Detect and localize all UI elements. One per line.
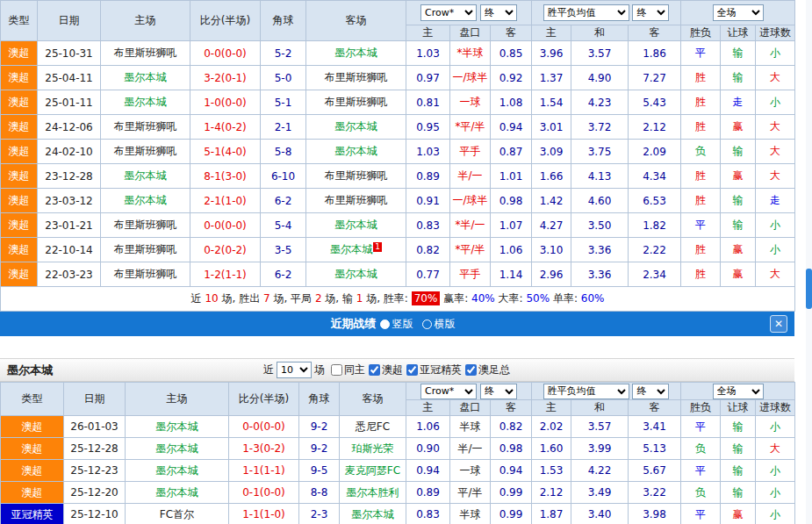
avg-odds-select[interactable]: 胜平负均值 bbox=[543, 384, 629, 399]
odds-time-select[interactable]: 终 bbox=[480, 4, 517, 21]
away-team-link[interactable]: 墨尔本城 bbox=[306, 262, 406, 287]
away-team-link[interactable]: 布里斯班狮吼 bbox=[306, 189, 406, 213]
filter-option[interactable]: 澳超 bbox=[369, 362, 403, 377]
euro-home-odds: 4.27 bbox=[532, 213, 571, 238]
col-header-date: 日期 bbox=[64, 383, 126, 416]
asian-away-odds: 1.08 bbox=[491, 90, 532, 115]
league-badge[interactable]: 澳超 bbox=[1, 213, 38, 238]
league-badge[interactable]: 澳超 bbox=[1, 416, 64, 438]
match-count-select[interactable]: 10 bbox=[277, 362, 312, 378]
home-team-link[interactable]: 布里斯班狮吼 bbox=[101, 115, 190, 140]
away-team-link[interactable]: 墨尔本城 bbox=[306, 115, 406, 140]
match-row: 澳超24-12-06布里斯班狮吼1-4(0-2)2-1墨尔本城0.95*平/半0… bbox=[1, 115, 795, 140]
odds-time-select[interactable]: 终 bbox=[480, 384, 517, 399]
scope-select[interactable]: 全场 bbox=[713, 4, 764, 21]
col-header-home: 主场 bbox=[101, 1, 190, 41]
radio-icon[interactable] bbox=[380, 319, 390, 329]
bookmaker-select[interactable]: Crow* bbox=[420, 4, 477, 21]
filter-checkbox[interactable] bbox=[465, 364, 477, 376]
filter-option[interactable]: 同主 bbox=[331, 362, 365, 377]
euro-draw-odds: 4.13 bbox=[571, 164, 629, 189]
home-team-link[interactable]: 布里斯班狮吼 bbox=[101, 238, 190, 262]
league-badge[interactable]: 澳超 bbox=[1, 115, 38, 140]
home-team-link[interactable]: 墨尔本城 bbox=[126, 416, 229, 438]
away-team-link[interactable]: 麦克阿瑟FC bbox=[340, 460, 406, 482]
home-team-link[interactable]: 布里斯班狮吼 bbox=[101, 140, 190, 164]
euro-home-odds: 3.96 bbox=[532, 41, 571, 66]
league-badge[interactable]: 澳超 bbox=[1, 438, 64, 460]
bookmaker-select[interactable]: Crow* bbox=[420, 384, 477, 399]
scope-select[interactable]: 全场 bbox=[713, 384, 764, 399]
league-badge[interactable]: 澳超 bbox=[1, 164, 38, 189]
away-team-link[interactable]: 墨尔本城 bbox=[306, 213, 406, 238]
filter-option[interactable]: 亚冠精英 bbox=[406, 362, 462, 377]
away-team-link[interactable]: 布里斯班狮吼 bbox=[306, 164, 406, 189]
filter-controls: 近 10 场 同主澳超亚冠精英澳足总 bbox=[263, 362, 510, 378]
score-cell: 5-1(4-0) bbox=[190, 140, 261, 164]
home-team-link[interactable]: 墨尔本城 bbox=[101, 164, 190, 189]
league-badge[interactable]: 澳超 bbox=[1, 460, 64, 482]
euro-home-odds: 2.96 bbox=[532, 262, 571, 287]
league-badge[interactable]: 澳超 bbox=[1, 482, 64, 504]
home-team-link[interactable]: 布里斯班狮吼 bbox=[101, 41, 190, 66]
away-team-link[interactable]: 悉尼FC bbox=[340, 416, 406, 438]
avg-time-select[interactable]: 终 bbox=[632, 384, 669, 399]
league-badge[interactable]: 澳超 bbox=[1, 189, 38, 213]
avg-time-select[interactable]: 终 bbox=[632, 4, 669, 21]
home-team-link[interactable]: 墨尔本城 bbox=[126, 438, 229, 460]
subcol-asian-away: 客 bbox=[491, 25, 532, 41]
away-team-link[interactable]: 墨尔本胜利 bbox=[340, 482, 406, 504]
filter-checkbox[interactable] bbox=[331, 364, 342, 376]
away-team-link[interactable]: 珀斯光荣 bbox=[340, 438, 406, 460]
date-cell: 25-12-20 bbox=[64, 482, 126, 504]
subcol-asian-home: 主 bbox=[406, 25, 450, 41]
home-team-link[interactable]: 墨尔本城 bbox=[126, 460, 229, 482]
home-team-link[interactable]: 墨尔本城 bbox=[101, 189, 190, 213]
league-badge[interactable]: 澳超 bbox=[1, 66, 38, 90]
home-team-link[interactable]: FC首尔 bbox=[126, 504, 229, 524]
away-team-link[interactable]: 墨尔本城 bbox=[306, 41, 406, 66]
match-row: 澳超25-12-28墨尔本城1-3(0-2)9-2珀斯光荣0.90半/一0.98… bbox=[1, 438, 795, 460]
league-badge[interactable]: 澳超 bbox=[1, 41, 38, 66]
away-team-link[interactable]: 布里斯班狮吼 bbox=[306, 90, 406, 115]
handicap-cell: 平手 bbox=[450, 140, 491, 164]
away-team-link[interactable]: 墨尔本城 bbox=[340, 504, 406, 524]
filter-option[interactable]: 澳足总 bbox=[465, 362, 510, 377]
close-icon[interactable]: ✕ bbox=[770, 315, 787, 333]
result-goals: 小 bbox=[756, 416, 795, 438]
league-badge[interactable]: 澳超 bbox=[1, 262, 38, 287]
league-badge[interactable]: 澳超 bbox=[1, 140, 38, 164]
filter-checkbox[interactable] bbox=[406, 364, 418, 376]
away-team-link[interactable]: 墨尔本城1 bbox=[306, 238, 406, 262]
filter-checkbox[interactable] bbox=[369, 364, 380, 376]
layout-radio-selected[interactable]: 竖版 bbox=[380, 317, 413, 332]
subcol-avg-away: 客 bbox=[629, 25, 681, 41]
subcol-asian-away: 客 bbox=[491, 400, 532, 416]
match-row: 澳超26-01-03墨尔本城0-0(0-0)9-2悉尼FC1.06半球0.822… bbox=[1, 416, 795, 438]
layout-radio-option[interactable]: 横版 bbox=[422, 317, 456, 332]
handicap-cell: *半球 bbox=[450, 41, 491, 66]
euro-home-odds: 1.42 bbox=[532, 189, 571, 213]
handicap-cell: *半/一 bbox=[450, 213, 491, 238]
asian-away-odds: 0.94 bbox=[491, 115, 532, 140]
league-badge[interactable]: 澳超 bbox=[1, 90, 38, 115]
league-badge[interactable]: 亚冠精英 bbox=[1, 504, 64, 524]
home-team-link[interactable]: 墨尔本城 bbox=[101, 90, 190, 115]
scrollbar-thumb[interactable] bbox=[806, 269, 812, 309]
away-team-link[interactable]: 墨尔本城 bbox=[306, 140, 406, 164]
handicap-cell: 平/半 bbox=[450, 482, 491, 504]
euro-home-odds: 1.54 bbox=[532, 90, 571, 115]
league-badge[interactable]: 澳超 bbox=[1, 238, 38, 262]
home-team-link[interactable]: 布里斯班狮吼 bbox=[101, 213, 190, 238]
asian-away-odds: 0.94 bbox=[491, 460, 532, 482]
score-cell: 0-0(0-0) bbox=[190, 41, 261, 66]
euro-draw-odds: 4.23 bbox=[571, 90, 629, 115]
away-team-link[interactable]: 布里斯班狮吼 bbox=[306, 66, 406, 90]
home-team-link[interactable]: 墨尔本城 bbox=[101, 66, 190, 90]
radio-icon[interactable] bbox=[422, 319, 432, 329]
result-goals: 走 bbox=[756, 189, 795, 213]
home-team-link[interactable]: 墨尔本城 bbox=[126, 482, 229, 504]
home-team-link[interactable]: 布里斯班狮吼 bbox=[101, 262, 190, 287]
avg-odds-select[interactable]: 胜平负均值 bbox=[543, 4, 629, 21]
asian-home-odds: 1.03 bbox=[406, 140, 450, 164]
